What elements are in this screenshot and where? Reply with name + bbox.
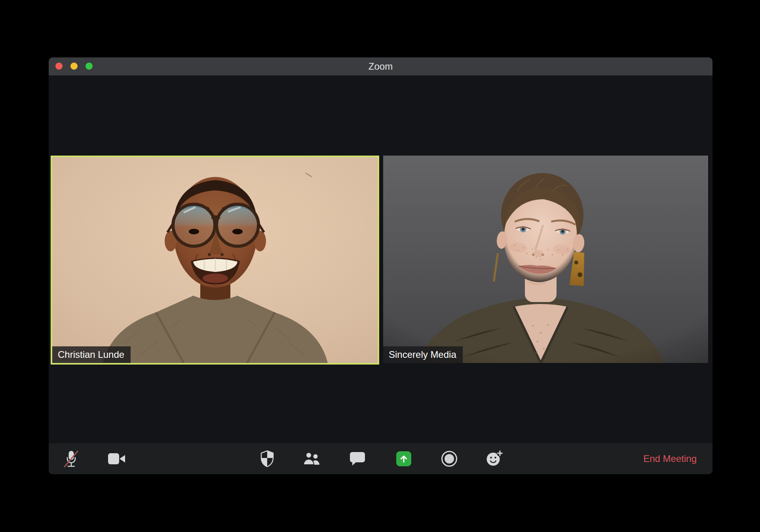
end-meeting-button[interactable]: End Meeting: [643, 443, 697, 474]
participant-video-stream: [383, 156, 708, 363]
security-shield-icon: [259, 450, 275, 467]
participant-tile-sincerely-media[interactable]: Sincerely Media: [383, 156, 708, 363]
reactions-button[interactable]: [484, 448, 506, 470]
window-title: Zoom: [49, 57, 712, 75]
zoom-window: Zoom: [49, 57, 712, 474]
titlebar[interactable]: Zoom: [49, 57, 712, 76]
microphone-muted-icon: [63, 449, 80, 468]
record-button[interactable]: [438, 448, 460, 470]
participant-name-tag: Sincerely Media: [383, 346, 463, 363]
chat-button[interactable]: [346, 448, 369, 470]
mute-button[interactable]: [60, 448, 82, 470]
meeting-toolbar: End Meeting: [49, 443, 712, 474]
share-screen-button[interactable]: [393, 448, 415, 470]
participants-button[interactable]: [301, 448, 323, 470]
participant-name-tag: Christian Lunde: [52, 346, 131, 363]
participant-video-stream: [52, 157, 378, 363]
video-camera-icon: [108, 452, 126, 466]
video-button[interactable]: [106, 448, 128, 470]
reactions-icon: [485, 450, 504, 467]
participants-icon: [303, 452, 321, 466]
security-button[interactable]: [256, 448, 278, 470]
participant-tile-christian-lunde[interactable]: Christian Lunde: [51, 156, 379, 365]
chat-icon: [350, 452, 365, 466]
share-screen-icon: [396, 451, 411, 466]
record-icon: [441, 450, 458, 467]
